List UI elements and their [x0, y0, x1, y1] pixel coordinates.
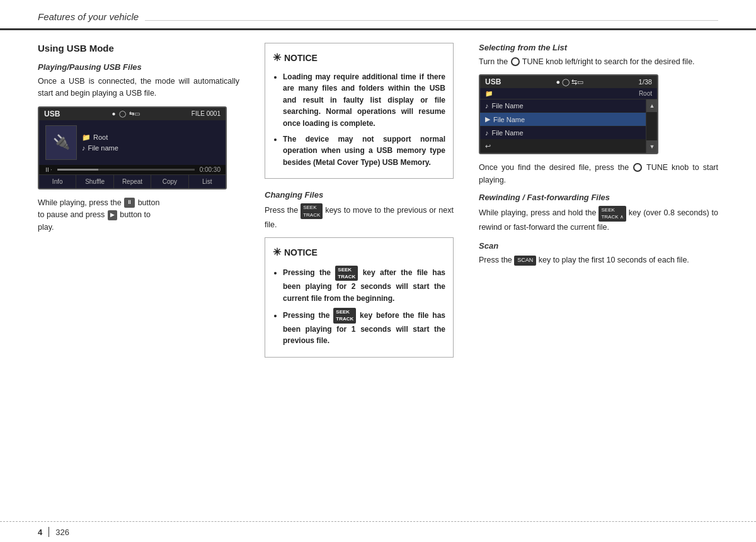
nav-list[interactable]: List: [189, 175, 226, 188]
right-column: Selecting from the List Turn the TUNE kn…: [466, 43, 718, 369]
list-topbar: USB ● ◯ ⇆▭ 1/38: [480, 76, 657, 88]
playing-body: Once a USB is connected, the mode will a…: [38, 76, 239, 100]
progress-bar-outer: [57, 169, 195, 171]
header-line: [145, 20, 718, 21]
notice-item-2-2: Pressing the SEEKTRACK key before the fi…: [283, 308, 445, 347]
after-list-tune: TUNE: [646, 163, 668, 172]
nav-info[interactable]: Info: [39, 175, 76, 188]
footer-separator: [49, 527, 49, 537]
notice-box-1: ✳ NOTICE Loading may require additional …: [265, 43, 454, 179]
header-title: Features of your vehicle: [38, 11, 139, 25]
notice-item-1-2: The device may not support normal operat…: [283, 133, 445, 169]
usb-display-area: 🔌 📁 Root ♪ File name: [39, 120, 226, 165]
tune-knob-icon-2: [633, 163, 642, 172]
pause-text-1: While playing, press the: [38, 198, 123, 207]
list-item-3[interactable]: ♪ File Name: [480, 127, 646, 140]
list-path-row: 📁 Root: [480, 88, 657, 99]
notice-item-2-1: Pressing the SEEKTRACK key after the fil…: [283, 266, 445, 305]
tune-knob-icon: [511, 57, 520, 66]
list-usb-icon: ⇆▭: [571, 78, 583, 86]
selecting-body: Turn the TUNE knob left/right to search …: [479, 56, 718, 68]
usb-timebar: ⏸ · 0:00:30: [39, 165, 226, 174]
section-title: Using USB Mode: [38, 43, 239, 54]
usb-icon-box: 🔌: [45, 125, 77, 160]
selecting-pre: Turn the: [479, 57, 510, 66]
list-scrollbar: ▲ ▼: [646, 99, 657, 153]
list-folder-icon: 📁: [485, 90, 493, 97]
footer-num: 4: [38, 528, 42, 537]
folder-row: 📁 Root: [82, 133, 118, 142]
footer-page: 326: [55, 528, 69, 537]
scroll-down-btn[interactable]: ▼: [646, 140, 658, 153]
changing-body: Press the SEEKTRACK keys to move to the …: [265, 203, 454, 231]
music-icon-1: ♪: [485, 102, 489, 110]
scan-title: Scan: [479, 241, 718, 251]
list-back-row[interactable]: ↩: [480, 140, 646, 153]
list-path: Root: [639, 90, 652, 97]
list-counter: 1/38: [639, 78, 652, 86]
notice-star-2: ✳: [273, 244, 281, 261]
notice-list-2: Pressing the SEEKTRACK key after the fil…: [273, 266, 445, 347]
notice-header-2: ✳ NOTICE: [273, 244, 445, 261]
usb-list-screen: USB ● ◯ ⇆▭ 1/38 📁 Root ♪ File Name: [479, 74, 658, 154]
usb-drive-icon: 🔌: [53, 134, 70, 150]
signal-icon: ◯: [119, 110, 126, 117]
notice-header-1: ✳ NOTICE: [273, 50, 445, 66]
bluetooth-icon: ●: [112, 110, 116, 117]
scroll-up-btn[interactable]: ▲: [646, 99, 658, 112]
file-row: ♪ File name: [82, 144, 118, 152]
after-list-pre: Once you find the desired file, press th…: [479, 163, 629, 172]
usb-topbar: USB ● ◯ ⇆▭ FILE 0001: [39, 108, 226, 120]
list-topbar-icons: ● ◯ ⇆▭: [556, 78, 584, 86]
pause-button-label: ⏸: [124, 198, 135, 208]
play-icon-2: ▶: [485, 115, 490, 123]
notice-title-1: NOTICE: [284, 51, 318, 65]
notice-item-1-1: Loading may require additional time if t…: [283, 71, 445, 130]
file-name: File name: [88, 144, 118, 152]
seek-tag-2-1: SEEKTRACK: [335, 266, 358, 281]
pause-icon: ⏸: [44, 166, 50, 173]
usb-label: USB: [44, 110, 60, 118]
rewind-title: Rewinding / Fast-forwarding Files: [479, 193, 718, 202]
usb-icons: ● ◯ ⇆▭: [112, 110, 140, 117]
changing-title: Changing Files: [265, 190, 454, 200]
scan-post: key to play the first 10 seconds of each…: [539, 256, 689, 264]
list-signal-icon: ◯: [562, 78, 570, 86]
rewind-seek-tag: SEEKTRACK ∧: [598, 206, 626, 221]
usb-screen: USB ● ◯ ⇆▭ FILE 0001 🔌 📁 Root: [38, 106, 227, 189]
selecting-title: Selecting from the List: [479, 43, 718, 52]
list-usb-label: USB: [485, 77, 501, 86]
timestamp: 0:00:30: [200, 166, 220, 173]
notice-list-1: Loading may require additional time if t…: [273, 71, 445, 169]
filename-1: File Name: [492, 102, 524, 110]
changing-pre: Press the: [265, 206, 301, 215]
scan-body: Press the SCAN key to play the first 10 …: [479, 254, 718, 266]
music-icon-3: ♪: [485, 129, 489, 137]
playing-subtitle: Playing/Pausing USB Files: [38, 62, 239, 72]
nav-shuffle[interactable]: Shuffle: [76, 175, 113, 188]
selecting-post: knob left/right to search for the desire…: [546, 57, 694, 66]
folder-icon: 📁: [82, 133, 91, 142]
file-counter: FILE 0001: [192, 110, 220, 117]
scan-pre: Press the: [479, 256, 512, 264]
after-list-text: Once you find the desired file, press th…: [479, 162, 718, 186]
tune-label-1: TUNE: [522, 57, 544, 66]
music-icon: ♪: [82, 144, 86, 152]
progress-bar-inner: [57, 169, 98, 171]
main-content: Using USB Mode Playing/Pausing USB Files…: [0, 30, 756, 381]
nav-copy[interactable]: Copy: [151, 175, 188, 188]
dot-icon: ·: [50, 166, 52, 173]
page-header: Features of your vehicle: [0, 0, 756, 30]
play-button-label: ▶: [108, 210, 117, 220]
back-icon: ↩: [485, 142, 491, 150]
list-with-scroll: ♪ File Name ▶ File Name ♪ File Name ↩: [480, 99, 657, 153]
scroll-mid: [646, 112, 657, 140]
nav-repeat[interactable]: Repeat: [114, 175, 151, 188]
rewind-body: While playing, press and hold the SEEKTR…: [479, 206, 718, 234]
list-item-2[interactable]: ▶ File Name: [480, 113, 646, 127]
list-item-1[interactable]: ♪ File Name: [480, 99, 646, 113]
folder-name: Root: [93, 133, 108, 141]
scan-tag: SCAN: [514, 256, 536, 266]
notice-box-2: ✳ NOTICE Pressing the SEEKTRACK key afte…: [265, 237, 454, 358]
usb-conn-icon: ⇆▭: [129, 110, 140, 117]
